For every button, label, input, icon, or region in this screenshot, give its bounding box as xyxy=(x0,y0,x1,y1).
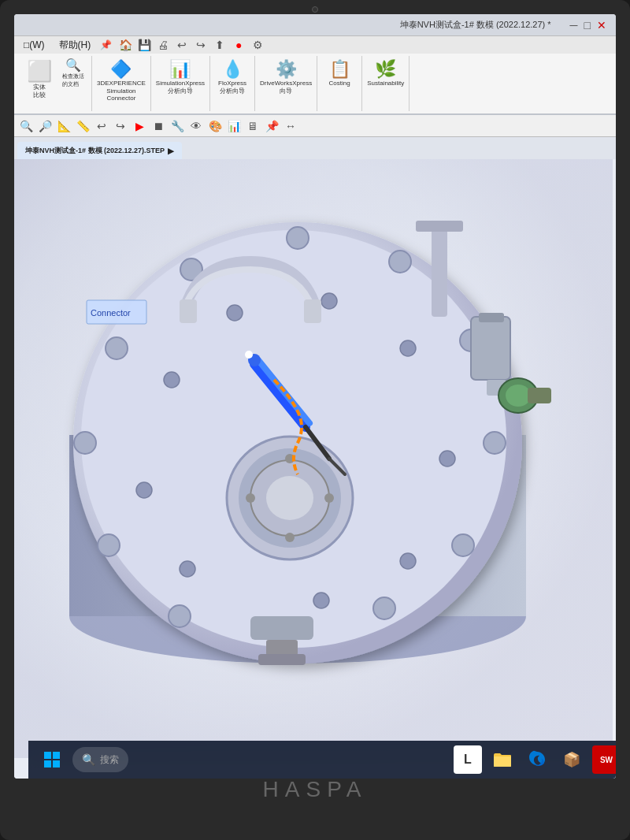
taskbar: 🔍 搜索 L 📦 SW xyxy=(28,741,616,779)
save-icon[interactable]: 💾 xyxy=(135,36,153,54)
search-zoom-btn[interactable]: 🔍 xyxy=(17,117,35,135)
svg-rect-49 xyxy=(416,221,463,232)
costing-btn[interactable]: 📋 Costing xyxy=(322,56,357,87)
ribbon-section-sustainability: 🌿 Sustainability xyxy=(364,56,410,111)
3d-viewport[interactable]: Connector xyxy=(14,159,616,779)
ruler-btn[interactable]: 📏 xyxy=(74,117,91,135)
floxpress-btn[interactable]: 💧 FloXpress分析向导 xyxy=(215,56,250,95)
check-icon: 🔍 xyxy=(65,58,81,72)
taskbar-solidworks-btn[interactable]: SW xyxy=(592,745,616,774)
eye-btn[interactable]: 👁 xyxy=(187,117,205,135)
menu-bar: □(W) 帮助(H) 📌 🏠 💾 🖨 ↩ ↪ ⬆ ● ⚙ xyxy=(14,36,616,54)
svg-rect-47 xyxy=(528,388,551,403)
svg-point-33 xyxy=(324,493,334,503)
svg-point-46 xyxy=(506,385,531,407)
svg-rect-55 xyxy=(44,752,51,759)
screen: 坤泰NVH测试盒-1# 数模 (2022.12.27) * ─ □ ✕ □(W)… xyxy=(14,14,616,779)
menu-help[interactable]: 帮助(H) xyxy=(53,37,98,54)
pin-btn[interactable]: 📌 xyxy=(263,117,280,135)
taskbar-folder-btn[interactable] xyxy=(488,745,517,774)
svg-point-15 xyxy=(106,337,128,359)
options-icon[interactable]: ⚙ xyxy=(249,36,266,54)
title-bar: 坤泰NVH测试盒-1# 数模 (2022.12.27) * ─ □ ✕ xyxy=(14,14,616,36)
svg-point-22 xyxy=(439,451,455,466)
minimize-btn[interactable]: ─ xyxy=(570,19,578,32)
svg-text:Connector: Connector xyxy=(91,308,131,318)
folder-icon xyxy=(493,752,512,768)
svg-point-9 xyxy=(452,534,474,556)
flow-icon: 💧 xyxy=(222,59,243,80)
view-toolbar: 🔍 🔎 📐 📏 ↩ ↪ ▶ ⏹ 🔧 👁 🎨 📊 🖥 📌 ↔ xyxy=(14,115,616,137)
color-btn[interactable]: 🎨 xyxy=(206,117,224,135)
svg-rect-57 xyxy=(44,760,51,768)
taskbar-search[interactable]: 🔍 搜索 xyxy=(72,747,128,772)
svg-rect-52 xyxy=(258,654,306,665)
svg-point-39 xyxy=(245,351,253,359)
taskbar-edge-btn[interactable] xyxy=(523,745,551,774)
svg-rect-35 xyxy=(304,299,321,323)
svg-point-25 xyxy=(227,305,243,321)
zoom-out-btn[interactable]: 🔎 xyxy=(36,117,54,135)
3dx-icon: 🔷 xyxy=(110,59,132,80)
ribbon-section-simulationxpress: 📊 SimulationXpress分析向导 xyxy=(153,56,210,111)
measure-btn[interactable]: 📐 xyxy=(55,117,72,135)
menu-window[interactable]: □(W) xyxy=(17,38,51,52)
window-title: 坤泰NVH测试盒-1# 数模 (2022.12.27) * xyxy=(400,19,551,31)
stop-btn[interactable]: ⏹ xyxy=(150,117,167,135)
svg-point-12 xyxy=(169,605,191,627)
3d-model-svg: Connector xyxy=(14,159,613,758)
model-tab[interactable]: 坤泰NVH测试盒-1# 数模 (2022.12.27).STEP ▶ xyxy=(17,142,182,159)
drive-icon: ⚙️ xyxy=(276,59,297,80)
solid-compare-btn[interactable]: ⬜ 实体比较 xyxy=(22,56,57,98)
play-btn[interactable]: ▶ xyxy=(131,117,148,135)
home-icon[interactable]: 🏠 xyxy=(117,36,134,54)
rotate-ccw-btn[interactable]: ↪ xyxy=(112,117,129,135)
rebuild-icon[interactable]: ● xyxy=(230,36,247,54)
settings-btn[interactable]: 🔧 xyxy=(169,117,186,135)
check-active-docs-btn[interactable]: 🔍 检查激活的文档 xyxy=(60,56,87,90)
chart-btn[interactable]: 📊 xyxy=(225,117,243,135)
svg-point-32 xyxy=(246,493,255,503)
svg-rect-42 xyxy=(471,317,510,380)
svg-rect-58 xyxy=(53,760,60,768)
redo-icon[interactable]: ↪ xyxy=(192,36,209,54)
taskbar-store-btn[interactable]: 📦 xyxy=(558,745,586,774)
svg-rect-48 xyxy=(432,222,447,317)
simulation-icon: 📊 xyxy=(169,59,191,80)
undo-icon[interactable]: ↩ xyxy=(173,36,191,54)
svg-point-17 xyxy=(164,372,180,388)
compare-icon: ⬜ xyxy=(27,59,52,84)
ribbon-section-compare: ⬜ 实体比较 🔍 检查激活的文档 xyxy=(19,56,92,111)
svg-point-31 xyxy=(285,533,295,542)
3dexperience-btn[interactable]: 🔷 3DEXPERIENCESimulationConnector xyxy=(97,56,146,102)
taskbar-files-btn[interactable]: L xyxy=(454,745,482,774)
print-icon[interactable]: 🖨 xyxy=(154,36,172,54)
svg-rect-34 xyxy=(180,299,197,323)
simulationxpress-btn[interactable]: 📊 SimulationXpress分析向导 xyxy=(156,56,205,95)
search-icon: 🔍 xyxy=(82,753,95,766)
svg-point-19 xyxy=(180,561,195,577)
svg-rect-50 xyxy=(250,616,313,640)
svg-point-21 xyxy=(400,553,416,569)
ribbon-section-driveworks: ⚙️ DriveWorksXpress向导 xyxy=(257,56,317,111)
ribbon-section-costing: 📋 Costing xyxy=(319,56,362,111)
costing-icon: 📋 xyxy=(329,59,350,80)
sustainability-btn[interactable]: 🌿 Sustainability xyxy=(367,56,404,87)
svg-point-14 xyxy=(74,432,96,454)
leaf-icon: 🌿 xyxy=(375,59,396,80)
svg-rect-43 xyxy=(479,313,504,322)
maximize-btn[interactable]: □ xyxy=(584,19,591,32)
webcam-dot xyxy=(312,6,318,13)
monitor-btn[interactable]: 🖥 xyxy=(244,117,261,135)
monitor-bezel: 坤泰NVH测试盒-1# 数模 (2022.12.27) * ─ □ ✕ □(W)… xyxy=(0,0,630,840)
start-button[interactable] xyxy=(38,745,66,774)
ribbon-section-3dexperience: 🔷 3DEXPERIENCESimulationConnector xyxy=(94,56,151,111)
svg-rect-51 xyxy=(266,640,298,656)
resize-btn[interactable]: ↔ xyxy=(282,117,299,135)
cursor-icon[interactable]: ⬆ xyxy=(211,36,228,54)
svg-point-10 xyxy=(373,597,395,619)
close-btn[interactable]: ✕ xyxy=(597,19,606,32)
svg-point-23 xyxy=(400,340,416,356)
driveworks-btn[interactable]: ⚙️ DriveWorksXpress向导 xyxy=(260,56,312,95)
rotate-cw-btn[interactable]: ↩ xyxy=(93,117,110,135)
